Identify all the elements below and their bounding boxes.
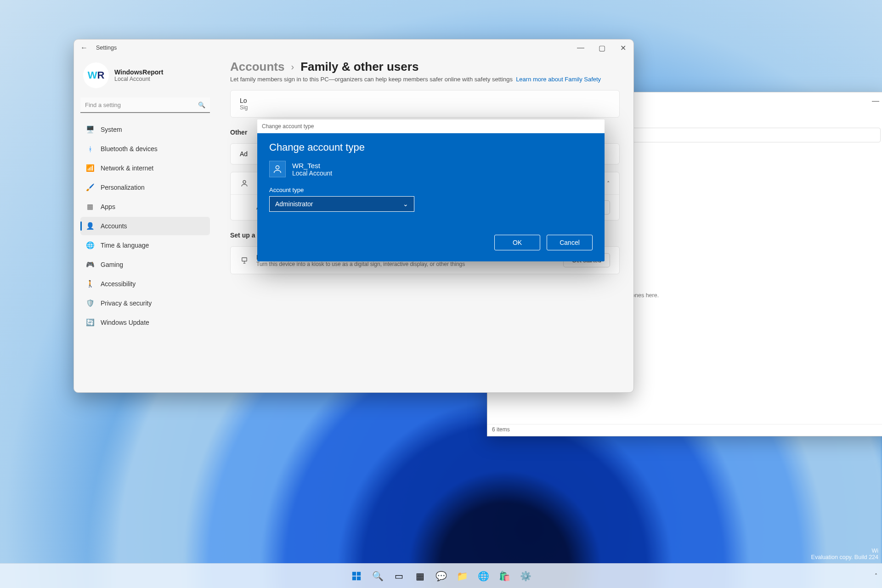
nav-icon: 🛡️ bbox=[86, 299, 94, 307]
search-icon: 🔍 bbox=[198, 102, 205, 108]
sidebar-item-network-internet[interactable]: 📶Network & internet bbox=[80, 159, 210, 177]
explorer-status-bar: 6 items bbox=[487, 424, 882, 436]
search-placeholder: Find a setting bbox=[85, 102, 121, 108]
svg-rect-3 bbox=[352, 571, 356, 575]
explorer-minimize-button[interactable]: ― bbox=[865, 92, 882, 110]
card-title: Ad bbox=[240, 150, 248, 158]
app-title: Settings bbox=[96, 45, 117, 51]
svg-rect-5 bbox=[352, 576, 356, 580]
sidebar-item-system[interactable]: 🖥️System bbox=[80, 120, 210, 139]
nav-label: Time & language bbox=[101, 242, 149, 249]
card-subtitle: Sig bbox=[240, 104, 248, 111]
settings-search-input[interactable]: Find a setting 🔍 bbox=[80, 97, 210, 113]
card-title: Lo bbox=[240, 97, 248, 104]
family-description: Let family members sign in to this PC—or… bbox=[230, 76, 620, 83]
nav-icon: 👤 bbox=[86, 222, 94, 230]
back-button[interactable]: ← bbox=[80, 44, 88, 52]
account-type-label: Account type bbox=[269, 187, 593, 193]
nav-label: Apps bbox=[101, 203, 115, 210]
change-account-type-dialog: Change account type Change account type … bbox=[257, 119, 605, 261]
user-name: WindowsReport bbox=[114, 68, 163, 76]
nav-icon: 🖥️ bbox=[86, 125, 94, 134]
account-type-select[interactable]: Administrator ⌄ bbox=[269, 196, 414, 212]
sidebar-item-apps[interactable]: ▦Apps bbox=[80, 198, 210, 216]
family-safety-link[interactable]: Learn more about Family Safety bbox=[516, 76, 601, 83]
tray-chevron-icon[interactable]: ˄ bbox=[875, 573, 877, 579]
maximize-button[interactable]: ▢ bbox=[591, 39, 612, 57]
dialog-user-name: WR_Test bbox=[292, 162, 332, 170]
svg-rect-4 bbox=[357, 571, 361, 575]
nav-label: System bbox=[101, 126, 122, 133]
sidebar-item-time-language[interactable]: 🌐Time & language bbox=[80, 236, 210, 254]
file-explorer-taskbar-icon[interactable]: 📁 bbox=[453, 567, 471, 585]
breadcrumb: Accounts › Family & other users bbox=[230, 60, 620, 74]
store-taskbar-icon[interactable]: 🛍️ bbox=[496, 567, 513, 585]
kiosk-icon bbox=[240, 256, 249, 265]
local-account-card[interactable]: Lo Sig bbox=[230, 90, 620, 118]
svg-point-0 bbox=[243, 181, 246, 183]
nav-label: Accounts bbox=[101, 222, 127, 230]
settings-taskbar-icon[interactable]: ⚙️ bbox=[517, 567, 534, 585]
person-icon bbox=[240, 179, 249, 188]
nav-icon: ▦ bbox=[86, 203, 94, 211]
minimize-button[interactable]: ― bbox=[570, 39, 591, 57]
chat-button[interactable]: 💬 bbox=[432, 567, 450, 585]
sidebar-item-windows-update[interactable]: 🔄Windows Update bbox=[80, 313, 210, 332]
sidebar-item-accounts[interactable]: 👤Accounts bbox=[80, 217, 210, 235]
settings-sidebar: WR WindowsReport Local Account Find a se… bbox=[74, 56, 216, 392]
nav-icon: 🖌️ bbox=[86, 183, 94, 192]
nav-label: Personalization bbox=[101, 184, 145, 191]
taskbar: 🔍 ▭ ▦ 💬 📁 🌐 🛍️ ⚙️ ˄ bbox=[0, 563, 882, 588]
svg-rect-1 bbox=[242, 258, 247, 261]
nav-icon: 🚶 bbox=[86, 280, 94, 288]
nav-label: Accessibility bbox=[101, 280, 136, 288]
svg-point-2 bbox=[276, 166, 279, 169]
nav-label: Bluetooth & devices bbox=[101, 145, 158, 153]
close-button[interactable]: ✕ bbox=[612, 39, 633, 57]
chevron-right-icon: › bbox=[291, 62, 294, 72]
edge-taskbar-icon[interactable]: 🌐 bbox=[475, 567, 492, 585]
user-account-type: Local Account bbox=[114, 76, 163, 82]
sidebar-item-gaming[interactable]: 🎮Gaming bbox=[80, 255, 210, 274]
nav-label: Privacy & security bbox=[101, 300, 152, 307]
cancel-button[interactable]: Cancel bbox=[547, 235, 593, 250]
sidebar-item-bluetooth-devices[interactable]: ᚼBluetooth & devices bbox=[80, 140, 210, 158]
page-title: Family & other users bbox=[300, 60, 418, 74]
svg-rect-6 bbox=[357, 576, 361, 580]
dialog-title: Change account type bbox=[269, 141, 593, 153]
dialog-user-type: Local Account bbox=[292, 170, 332, 177]
start-button[interactable] bbox=[348, 567, 365, 585]
select-value: Administrator bbox=[275, 200, 313, 208]
nav-icon: 🎮 bbox=[86, 260, 94, 269]
nav-icon: 🌐 bbox=[86, 241, 94, 249]
nav-icon: 🔄 bbox=[86, 318, 94, 327]
kiosk-description: Turn this device into a kiosk to use as … bbox=[256, 261, 465, 267]
sidebar-item-accessibility[interactable]: 🚶Accessibility bbox=[80, 275, 210, 293]
sidebar-item-personalization[interactable]: 🖌️Personalization bbox=[80, 178, 210, 197]
dialog-titlebar: Change account type bbox=[257, 119, 605, 133]
nav-label: Windows Update bbox=[101, 319, 149, 326]
chevron-down-icon: ⌄ bbox=[403, 200, 408, 208]
nav-icon: 📶 bbox=[86, 164, 94, 172]
person-icon bbox=[269, 161, 286, 177]
build-watermark: Wi Evaluation copy. Build 224 bbox=[811, 548, 878, 560]
nav-label: Network & internet bbox=[101, 164, 153, 172]
nav-label: Gaming bbox=[101, 261, 123, 268]
taskbar-search-button[interactable]: 🔍 bbox=[369, 567, 386, 585]
sidebar-item-privacy-security[interactable]: 🛡️Privacy & security bbox=[80, 294, 210, 312]
breadcrumb-root[interactable]: Accounts bbox=[230, 60, 284, 74]
user-block[interactable]: WR WindowsReport Local Account bbox=[80, 60, 210, 96]
user-avatar: WR bbox=[83, 62, 109, 88]
ok-button[interactable]: OK bbox=[494, 235, 540, 250]
nav-icon: ᚼ bbox=[86, 145, 94, 153]
chevron-up-icon: ˄ bbox=[607, 180, 610, 187]
widgets-button[interactable]: ▦ bbox=[411, 567, 429, 585]
task-view-button[interactable]: ▭ bbox=[390, 567, 407, 585]
